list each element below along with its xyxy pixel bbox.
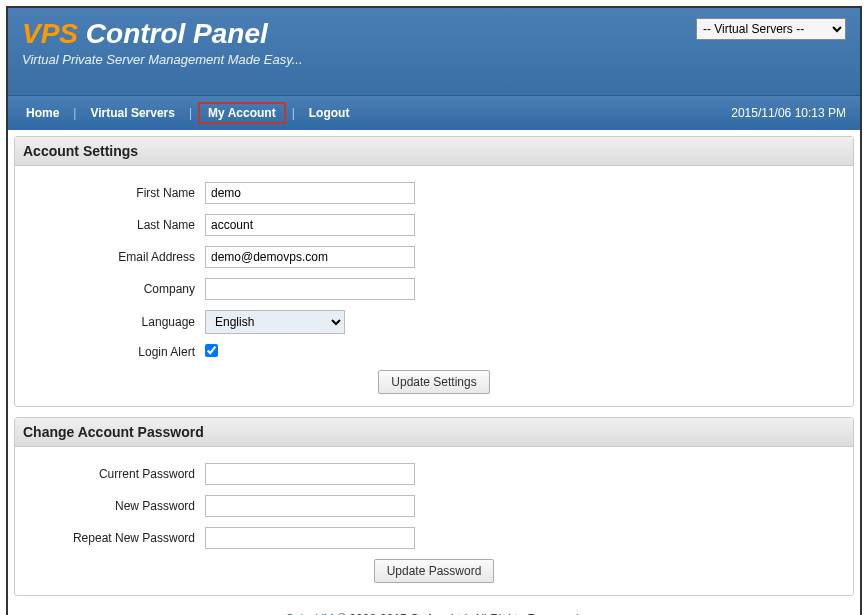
nav-virtual-servers[interactable]: Virtual Servers	[82, 102, 183, 124]
nav-highlight-box: My Account	[198, 102, 286, 124]
virtual-servers-dropdown[interactable]: -- Virtual Servers --	[696, 18, 846, 40]
timestamp: 2015/11/06 10:13 PM	[731, 106, 850, 120]
nav-separator: |	[73, 106, 76, 120]
company-input[interactable]	[205, 278, 415, 300]
new-password-label: New Password	[35, 499, 205, 513]
navbar: Home | Virtual Servers | My Account | Lo…	[8, 95, 860, 130]
button-row: Update Settings	[35, 370, 833, 394]
brand-subtitle: Virtual Private Server Management Made E…	[22, 52, 846, 67]
form-row-first-name: First Name	[35, 182, 833, 204]
language-label: Language	[35, 315, 205, 329]
panel-title: Change Account Password	[15, 418, 853, 447]
brand-prefix: VPS	[22, 18, 78, 49]
nav-separator: |	[292, 106, 295, 120]
nav-left: Home | Virtual Servers | My Account | Lo…	[18, 102, 357, 124]
account-settings-panel: Account Settings First Name Last Name Em…	[14, 136, 854, 407]
header: VPS Control Panel Virtual Private Server…	[8, 8, 860, 95]
footer: SolusVM © 2008-2015 OnApp Ltd. All Right…	[14, 606, 854, 615]
panel-body: Current Password New Password Repeat New…	[15, 447, 853, 595]
update-settings-button[interactable]: Update Settings	[378, 370, 489, 394]
email-label: Email Address	[35, 250, 205, 264]
app-window: VPS Control Panel Virtual Private Server…	[6, 6, 862, 615]
email-input[interactable]	[205, 246, 415, 268]
nav-separator: |	[189, 106, 192, 120]
brand-rest: Control Panel	[78, 18, 268, 49]
form-row-email: Email Address	[35, 246, 833, 268]
first-name-input[interactable]	[205, 182, 415, 204]
nav-logout[interactable]: Logout	[301, 102, 358, 124]
form-row-repeat-password: Repeat New Password	[35, 527, 833, 549]
login-alert-checkbox[interactable]	[205, 344, 218, 357]
form-row-login-alert: Login Alert	[35, 344, 833, 360]
form-row-current-password: Current Password	[35, 463, 833, 485]
current-password-label: Current Password	[35, 467, 205, 481]
language-select[interactable]: English	[205, 310, 345, 334]
panel-title: Account Settings	[15, 137, 853, 166]
form-row-last-name: Last Name	[35, 214, 833, 236]
first-name-label: First Name	[35, 186, 205, 200]
button-row: Update Password	[35, 559, 833, 583]
company-label: Company	[35, 282, 205, 296]
last-name-input[interactable]	[205, 214, 415, 236]
repeat-password-label: Repeat New Password	[35, 531, 205, 545]
repeat-password-input[interactable]	[205, 527, 415, 549]
nav-my-account[interactable]: My Account	[200, 102, 284, 124]
form-row-new-password: New Password	[35, 495, 833, 517]
nav-home[interactable]: Home	[18, 102, 67, 124]
form-row-company: Company	[35, 278, 833, 300]
form-row-language: Language English	[35, 310, 833, 334]
change-password-panel: Change Account Password Current Password…	[14, 417, 854, 596]
new-password-input[interactable]	[205, 495, 415, 517]
login-alert-label: Login Alert	[35, 345, 205, 359]
panel-body: First Name Last Name Email Address Compa…	[15, 166, 853, 406]
current-password-input[interactable]	[205, 463, 415, 485]
last-name-label: Last Name	[35, 218, 205, 232]
content-area: Account Settings First Name Last Name Em…	[8, 130, 860, 615]
update-password-button[interactable]: Update Password	[374, 559, 495, 583]
